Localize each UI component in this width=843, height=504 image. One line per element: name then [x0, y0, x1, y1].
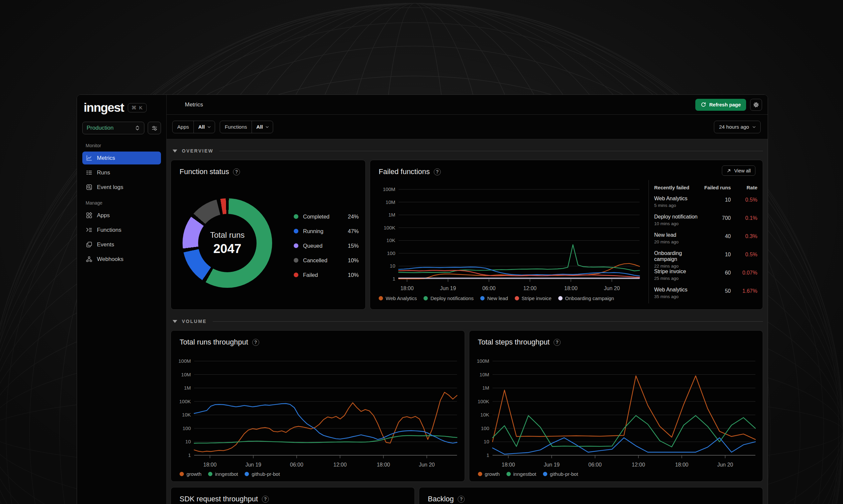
apps-filter[interactable]: Apps All — [172, 121, 215, 133]
legend-dot — [294, 229, 298, 233]
environment-select[interactable]: Production — [82, 122, 144, 134]
cell-function: New lead20 mins ago — [654, 232, 698, 245]
svg-text:10M: 10M — [386, 199, 395, 205]
legend-item-cancelled: Cancelled10% — [294, 256, 359, 265]
table-row[interactable]: Deploy notification10 mins ago7000.1% — [654, 214, 757, 232]
table-row[interactable]: Web Analytics35 mins ago501.67% — [654, 287, 757, 305]
help-icon[interactable]: ? — [458, 496, 465, 503]
functions-filter[interactable]: Functions All — [220, 121, 273, 133]
apps-filter-value: All — [194, 124, 207, 130]
failed-runs-count: 60 — [698, 269, 731, 276]
svg-text:18:00: 18:00 — [675, 462, 688, 468]
table-row[interactable]: Onboarding campaign22 mins ago100.5% — [654, 250, 757, 269]
help-icon[interactable]: ? — [233, 168, 240, 175]
help-icon[interactable]: ? — [554, 339, 561, 346]
legend-dot — [208, 472, 212, 476]
sidebar-item-events[interactable]: Events — [82, 238, 161, 251]
legend-item-github-pr-bot: github-pr-bot — [245, 471, 280, 477]
svg-text:18:00: 18:00 — [501, 462, 515, 468]
collapse-overview-icon[interactable] — [173, 149, 177, 152]
time-range-value: 24 hours ago — [719, 124, 750, 130]
series-github-pr-bot — [493, 438, 755, 454]
svg-text:1: 1 — [188, 452, 191, 458]
table-row[interactable]: New lead20 mins ago400.3% — [654, 232, 757, 250]
series-github-pr-bot — [194, 403, 457, 443]
failed-runs-count: 700 — [698, 214, 731, 221]
view-all-button[interactable]: View all — [722, 165, 755, 176]
svg-text:10K: 10K — [386, 237, 395, 243]
function-name: New lead — [654, 232, 698, 238]
svg-text:06:00: 06:00 — [588, 462, 601, 468]
metrics-icon — [86, 155, 92, 161]
chevron-down-icon — [207, 125, 211, 129]
time-range-select[interactable]: 24 hours ago — [714, 121, 761, 133]
page-header: Metrics Refresh page — [167, 95, 768, 115]
series-stripe-invoice — [399, 270, 639, 277]
filter-bar: Apps All Functions All 24 hours ago — [167, 115, 768, 139]
settings-button[interactable] — [750, 99, 762, 111]
series-growth — [194, 392, 457, 452]
legend-label: Running — [303, 228, 348, 234]
total-runs-value: 2047 — [213, 242, 242, 256]
svg-text:1M: 1M — [388, 212, 395, 217]
failure-rate: 0.5% — [731, 196, 757, 203]
legend-dot — [506, 472, 511, 476]
table-row[interactable]: Web Analytics5 mins ago100.5% — [654, 196, 757, 214]
svg-text:Jun 19: Jun 19 — [440, 286, 456, 291]
total-runs-label: Total runs — [210, 231, 245, 240]
legend-dot — [558, 296, 563, 301]
view-all-label: View all — [734, 168, 751, 174]
legend-dot — [480, 296, 485, 301]
overview-section-label: OVERVIEW — [182, 148, 213, 154]
col-failed-runs: Failed runs — [698, 185, 731, 190]
functions-filter-label: Functions — [220, 124, 252, 130]
legend-percent: 10% — [348, 257, 359, 264]
env-filter-button[interactable] — [148, 122, 161, 134]
svg-text:12:00: 12:00 — [333, 462, 347, 468]
svg-text:10M: 10M — [181, 372, 191, 377]
table-row[interactable]: Stripe invoice25 mins ago600.07% — [654, 269, 757, 287]
cell-function: Web Analytics35 mins ago — [654, 287, 698, 299]
sidebar-item-apps[interactable]: Apps — [82, 209, 161, 222]
sidebar-item-functions[interactable]: Functions — [82, 223, 161, 236]
refresh-page-button[interactable]: Refresh page — [695, 99, 746, 111]
help-icon[interactable]: ? — [252, 339, 259, 346]
failed-time-ago: 10 mins ago — [654, 221, 698, 226]
svg-text:10: 10 — [484, 439, 489, 444]
sidebar-item-event-logs[interactable]: Event logs — [82, 181, 161, 194]
legend-dot — [294, 214, 298, 219]
legend-percent: 15% — [348, 243, 359, 249]
chevron-down-icon — [752, 125, 756, 129]
legend-item-github-pr-bot: github-pr-bot — [543, 471, 578, 477]
sidebar-item-webhooks[interactable]: Webhooks — [82, 253, 161, 266]
legend-dot — [515, 296, 519, 301]
legend-label: Cancelled — [303, 257, 348, 264]
help-icon[interactable]: ? — [262, 496, 269, 503]
event-logs-icon — [86, 184, 92, 191]
svg-text:Jun 20: Jun 20 — [419, 462, 435, 468]
legend-dot — [424, 296, 428, 301]
svg-text:10K: 10K — [480, 412, 489, 417]
command-k-shortcut[interactable]: ⌘ K — [128, 103, 147, 112]
series-new-lead — [399, 267, 639, 276]
sidebar-item-label: Apps — [97, 212, 110, 219]
collapse-volume-icon[interactable] — [173, 320, 177, 323]
svg-text:1: 1 — [393, 276, 395, 282]
runs-icon — [86, 169, 92, 176]
series-inngestbot — [194, 436, 457, 443]
failed-runs-count: 50 — [698, 287, 731, 294]
legend-dot — [294, 273, 298, 277]
inngest-logo: inngest — [84, 102, 124, 114]
legend-percent: 47% — [348, 228, 359, 234]
legend-dot — [294, 244, 298, 248]
legend-item-inngestbot: inngestbot — [208, 471, 238, 477]
functions-icon — [86, 227, 92, 233]
sidebar-item-metrics[interactable]: Metrics — [82, 151, 161, 164]
sliders-icon — [151, 125, 158, 132]
help-icon[interactable]: ? — [434, 168, 441, 175]
sidebar-item-runs[interactable]: Runs — [82, 166, 161, 179]
svg-text:100: 100 — [183, 426, 191, 431]
series-deploy-notifications — [399, 245, 639, 273]
divider — [219, 151, 763, 151]
sidebar-section-label-manage: Manage — [86, 200, 161, 205]
